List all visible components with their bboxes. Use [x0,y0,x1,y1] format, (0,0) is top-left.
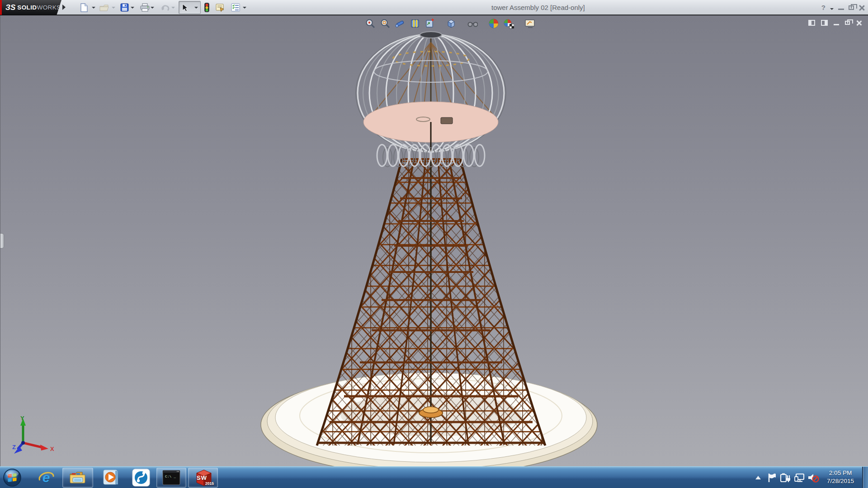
clock-date: 7/28/2015 [822,477,859,485]
document-title: tower Assembly 02 [Read-only] [491,4,585,11]
annotation-views-button[interactable] [425,18,435,29]
doc-restore-button[interactable] [845,21,850,25]
options-button[interactable] [230,2,241,13]
reference-triad: Y X Z [12,415,57,456]
solidworks-cube-letters: SW [197,474,207,481]
view-orientation-button[interactable] [446,18,457,29]
up-arrow-icon [755,475,761,480]
show-hidden-icons-button[interactable] [752,472,764,483]
brand-mark: ЗS [5,3,15,12]
taskbar-item-media-player[interactable] [100,468,121,488]
select-dropdown[interactable] [194,7,198,9]
show-desktop-button[interactable] [862,467,868,488]
zoom-to-area-button[interactable] [380,18,391,29]
open-folder-icon [99,4,109,12]
taskbar-item-network-app[interactable] [130,468,152,488]
tower-assembly-model [0,15,868,466]
accent-strip [0,0,2,15]
action-center-button[interactable] [766,472,778,483]
pane-fill [825,21,827,25]
traffic-light-icon [204,3,209,12]
taskbar: e [0,466,868,488]
new-document-button[interactable] [78,2,90,13]
menu-flyout-arrow[interactable] [62,5,66,10]
collapse-left-pane-button[interactable] [808,20,815,26]
minimize-button[interactable] [838,9,844,10]
screen: ЗS SOLIDWORKS [0,0,868,488]
save-button[interactable] [119,2,130,13]
appearance-ball-icon [488,18,499,29]
help-button[interactable]: ? [821,4,826,11]
taskbar-clock[interactable]: 2:05 PM 7/28/2015 [822,469,859,485]
pane-fill [809,21,811,25]
eyeglasses-icon [467,19,478,28]
speaker-muted-icon [807,472,819,483]
windows-start-orb [3,468,22,487]
print-button[interactable] [139,2,151,13]
new-document-icon [80,3,88,12]
headsup-view-toolbar [365,18,535,29]
restore-button[interactable] [849,5,854,10]
undo-button[interactable] [160,2,171,13]
flag-icon [767,473,777,483]
command-prompt-text: C:\ _ [165,474,176,479]
select-tool-button[interactable] [179,1,201,14]
select-cursor-icon [182,4,189,12]
lattice-tower [290,151,575,449]
save-dropdown[interactable] [131,7,134,9]
close-button[interactable] [859,5,864,10]
solidworks-cube-year: 2015 [205,481,214,486]
hide-show-items-button[interactable] [467,18,478,29]
new-dropdown[interactable] [92,7,95,9]
collapse-right-pane-button[interactable] [821,20,828,26]
clock-time: 2:05 PM [822,469,859,477]
brand-text: SOLIDWORKS [17,4,61,11]
titlebar: ЗS SOLIDWORKS [0,0,868,15]
annotation-views-icon [425,19,435,28]
network-app-icon [132,469,150,487]
network-monitor-icon [794,473,805,483]
z-axis-label: Z [12,444,16,450]
network-status-button[interactable] [794,472,806,483]
open-dropdown[interactable] [112,7,115,9]
graphics-viewport[interactable]: Y X Z *Dimetric [0,15,868,466]
power-status-button[interactable] [779,472,791,483]
help-dropdown[interactable] [830,8,834,10]
previous-view-icon [395,19,406,28]
windows-explorer-icon [69,470,86,485]
apply-scene-button[interactable] [503,18,514,29]
file-properties-button[interactable] [215,2,226,13]
save-floppy-icon [120,3,129,12]
doc-close-button[interactable] [856,20,862,26]
options-dropdown[interactable] [243,7,246,9]
section-view-icon [410,19,420,28]
section-view-button[interactable] [410,18,420,29]
zoom-to-fit-button[interactable] [365,18,376,29]
doc-minimize-button[interactable] [834,24,839,25]
taskbar-item-solidworks[interactable]: SW 2015 [188,468,218,488]
view-settings-button[interactable] [524,18,535,29]
apply-scene-icon [503,18,514,29]
file-properties-icon [216,3,225,12]
previous-view-button[interactable] [395,18,406,29]
ie-orbit-ring [37,469,55,487]
taskbar-item-windows-explorer[interactable] [62,468,93,488]
view-settings-icon [524,19,535,28]
undo-dropdown[interactable] [171,7,175,9]
edit-appearance-button[interactable] [488,18,499,29]
x-axis-label: X [50,446,54,452]
taskbar-item-command-prompt[interactable]: C:\ _ [156,468,186,488]
options-list-icon [231,3,240,12]
taskbar-item-internet-explorer[interactable]: e [37,468,55,488]
print-dropdown[interactable] [151,7,154,9]
rebuild-button[interactable] [201,2,212,13]
battery-plug-icon [780,473,791,483]
open-button[interactable] [99,2,110,13]
x-axis-arrow [40,445,48,450]
volume-muted-button[interactable] [807,472,819,483]
dome-cupola [356,32,506,167]
zoom-to-area-icon [380,19,390,28]
start-button[interactable] [2,468,23,488]
zoom-to-fit-icon [365,19,375,28]
panel-splitter-handle[interactable] [0,233,4,249]
